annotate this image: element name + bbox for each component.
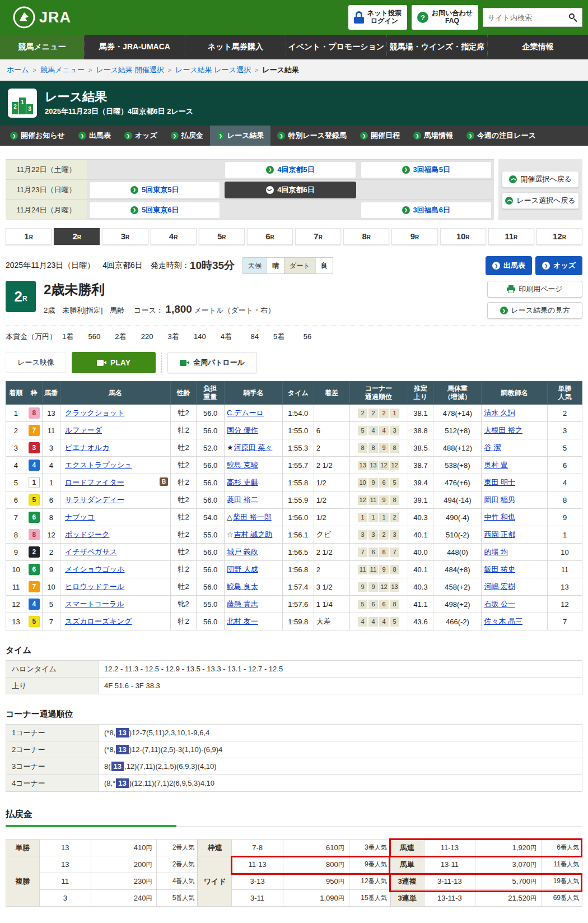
jockey-name-link[interactable]: 河原田 菜々 <box>234 443 273 452</box>
jockey-name-link[interactable]: 吉村 誠之助 <box>234 530 273 539</box>
trainer-name-link[interactable]: 的場 均 <box>484 548 508 556</box>
margin: 2 1/2 <box>314 544 349 561</box>
race-tab-6R[interactable]: 6R <box>247 228 293 245</box>
meeting-button[interactable]: ❯5回東京6日 <box>89 202 220 219</box>
race-tab-4R[interactable]: 4R <box>151 228 197 245</box>
trainer-name-link[interactable]: 清水 久詞 <box>484 409 515 417</box>
payout-combination: 3-13 <box>232 873 283 890</box>
trainer-name-link[interactable]: 飯田 祐史 <box>484 565 515 573</box>
meeting-button[interactable]: ❯4回京都5日 <box>225 161 356 178</box>
race-title-block: 2 R 2歳未勝利 2歳 未勝利[指定] 馬齢 コース： 1,800 メートル（… <box>6 281 582 319</box>
jockey-name-link[interactable]: 藤懸 貴志 <box>227 600 258 608</box>
subnav-item-1[interactable]: ❯開催お知らせ <box>3 126 72 146</box>
trainer-name-link[interactable]: 大根田 裕之 <box>484 426 522 434</box>
margin: 1/2 <box>314 491 349 509</box>
print-page-button[interactable]: 印刷用ページ <box>487 281 582 298</box>
jockey-name-link[interactable]: 国分 優作 <box>227 426 258 434</box>
race-tab-10R[interactable]: 10R <box>440 228 486 245</box>
race-tab-9R[interactable]: 9R <box>391 228 437 245</box>
subnav-item-6[interactable]: ❯特別レース登録馬 <box>270 126 353 146</box>
play-button[interactable]: PLAY <box>72 352 156 373</box>
race-tab-8R[interactable]: 8R <box>343 228 389 245</box>
horse-name-link[interactable]: スズカローズキング <box>65 617 132 625</box>
back-to-race-select-button[interactable]: ❯レース選択へ戻る <box>502 192 579 209</box>
nav-item-5[interactable]: 競馬場・ウインズ・指定席 <box>386 35 487 59</box>
back-to-meeting-button[interactable]: ❯開催選択へ戻る <box>502 171 579 188</box>
breadcrumb-link-2[interactable]: 競馬メニュー <box>40 65 85 75</box>
horse-name-link[interactable]: イチザペガサス <box>65 548 117 556</box>
nav-item-2[interactable]: 馬券・JRA-UMACA <box>84 35 185 59</box>
horse-name-link[interactable]: ヒロウッドテール <box>65 582 124 591</box>
jockey-name-link[interactable]: 鮫島 克駿 <box>227 461 258 469</box>
subnav-item-4[interactable]: ❯払戻金 <box>164 126 210 146</box>
jockey-name-link[interactable]: 高杉 吏麒 <box>227 478 258 486</box>
patrol-video-button[interactable]: 全周パトロール <box>167 352 257 373</box>
breadcrumb-link-3[interactable]: レース結果 開催選択 <box>96 65 164 75</box>
trainer-name-link[interactable]: 谷 潔 <box>484 443 501 452</box>
meeting-button[interactable]: ❯3回福島6日 <box>361 202 492 219</box>
faq-button[interactable]: ? お問い合わせ FAQ <box>412 5 478 30</box>
horse-name-link[interactable]: ピエナオルカ <box>65 443 110 452</box>
breadcrumb-link-4[interactable]: レース結果 レース選択 <box>175 65 251 75</box>
corner-positions: 2221 <box>352 409 405 418</box>
trainer-name-link[interactable]: 石坂 公一 <box>484 600 515 608</box>
horse-name-link[interactable]: ナブッコ <box>65 513 95 521</box>
subnav-item-2[interactable]: ❯出馬表 <box>72 126 118 146</box>
frame-number-badge: 8 <box>29 407 40 419</box>
horse-name-link[interactable]: スマートコーラル <box>65 600 124 608</box>
horse-name-link[interactable]: メイショウゴッホ <box>65 565 124 573</box>
trainer-name-link[interactable]: 奥村 豊 <box>484 461 508 469</box>
race-tab-3R[interactable]: 3R <box>102 228 148 245</box>
trainer-name-link[interactable]: 西園 正都 <box>484 530 515 539</box>
jockey-name-link[interactable]: 柴田 裕一郎 <box>233 513 272 521</box>
page-title-band: 2 1 3 レース結果 2025年11月23日（日曜）4回京都6日 2レース <box>0 81 588 126</box>
last-3f-time: 38.8 <box>408 422 433 439</box>
jockey-name-link[interactable]: 団野 大成 <box>227 565 258 573</box>
nav-item-1[interactable]: 競馬メニュー <box>0 35 84 59</box>
search-input[interactable] <box>488 13 569 22</box>
jockey-name-link[interactable]: 鮫島 良太 <box>227 582 258 591</box>
subnav-item-7[interactable]: ❯開催日程 <box>353 126 407 146</box>
horse-name-link[interactable]: ポッドジーク <box>65 530 110 539</box>
horse-name-link[interactable]: ルファーダ <box>65 426 102 434</box>
nav-item-4[interactable]: イベント・プロモーション <box>286 35 386 59</box>
horse-name-link[interactable]: クラックショット <box>65 409 124 417</box>
breadcrumb-link-1[interactable]: ホーム <box>7 65 29 75</box>
meeting-button[interactable]: ❯4回京都6日 <box>225 182 356 198</box>
meeting-button[interactable]: ❯3回福島5日 <box>361 161 492 178</box>
subnav-item-3[interactable]: ❯オッズ <box>118 126 164 146</box>
date-selector-area: 11月22日（土曜）❯4回京都5日❯3回福島5日11月23日（日曜）❯5回東京5… <box>6 159 582 220</box>
net-vote-login-button[interactable]: ネット投票 ログイン <box>348 5 407 30</box>
race-tab-7R[interactable]: 7R <box>295 228 341 245</box>
search-icon[interactable] <box>569 13 577 22</box>
subnav-item-5[interactable]: ❯レース結果 <box>210 126 271 146</box>
nav-item-6[interactable]: 企業情報 <box>487 35 588 59</box>
horse-name-link[interactable]: サラサダンディー <box>65 495 124 504</box>
horse-name-link[interactable]: ロードファイター <box>65 478 124 486</box>
jockey-name-link[interactable]: C.デムーロ <box>227 409 264 417</box>
jra-logo[interactable]: JRA <box>12 6 71 29</box>
trainer-name-link[interactable]: 河嶋 宏樹 <box>484 582 515 591</box>
shutsubahyo-button[interactable]: ❯ 出馬表 <box>486 256 532 275</box>
subnav-item-9[interactable]: ❯今週の注目レース <box>460 126 543 146</box>
meeting-button[interactable]: ❯5回東京5日 <box>89 182 220 198</box>
race-tab-1R[interactable]: 1R <box>6 228 52 245</box>
race-tab-5R[interactable]: 5R <box>199 228 245 245</box>
nav-item-3[interactable]: ネット馬券購入 <box>185 35 286 59</box>
payout-column-3: 馬連11-131,920円6番人気馬単13-113,070円11番人気3連複3-… <box>390 839 582 907</box>
jockey-name-link[interactable]: 菱田 裕二 <box>227 495 258 504</box>
payout-bet-type: 3連複 <box>390 873 424 890</box>
horse-name-link[interactable]: エクストラプッシュ <box>65 461 132 469</box>
subnav-item-8[interactable]: ❯馬場情報 <box>407 126 460 146</box>
trainer-name-link[interactable]: 佐々木 晶三 <box>484 617 522 625</box>
race-tab-11R[interactable]: 11R <box>488 228 534 245</box>
trainer-name-link[interactable]: 中竹 和也 <box>484 513 515 521</box>
race-tab-2R[interactable]: 2R <box>54 228 100 245</box>
trainer-name-link[interactable]: 岡田 稲男 <box>484 495 515 504</box>
jockey-name-link[interactable]: 北村 友一 <box>227 617 258 625</box>
jockey-name-link[interactable]: 城戸 義政 <box>227 548 258 556</box>
odds-button[interactable]: ❯ オッズ <box>535 256 582 275</box>
results-guide-button[interactable]: ❯ レース結果の見方 <box>487 302 582 319</box>
trainer-name-link[interactable]: 東田 明士 <box>484 478 515 486</box>
race-tab-12R[interactable]: 12R <box>536 228 582 245</box>
